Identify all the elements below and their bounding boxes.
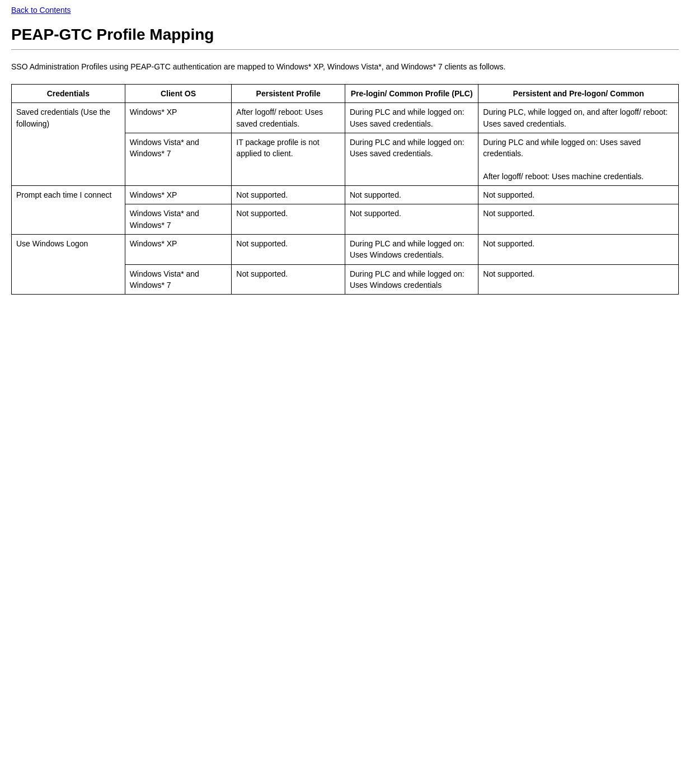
header-persistent-profile: Persistent Profile <box>232 85 345 103</box>
cell-os: Windows Vista* and Windows* 7 <box>125 133 232 185</box>
cell-credentials: Prompt each time I connect <box>12 186 125 235</box>
intro-text: SSO Administration Profiles using PEAP-G… <box>11 61 679 73</box>
cell-plc: During PLC and while logged on: Uses sav… <box>345 133 478 185</box>
cell-os: Windows Vista* and Windows* 7 <box>125 264 232 295</box>
cell-os: Windows* XP <box>125 103 232 133</box>
cell-persistent-profile: Not supported. <box>232 204 345 235</box>
cell-credentials: Use Windows Logon <box>12 234 125 294</box>
cell-os: Windows* XP <box>125 186 232 204</box>
cell-os: Windows Vista* and Windows* 7 <box>125 204 232 235</box>
cell-plc: Not supported. <box>345 204 478 235</box>
cell-credentials: Saved credentials (Use the following) <box>12 103 125 186</box>
cell-persistent-prelogon: Not supported. <box>478 204 679 235</box>
table-row: Prompt each time I connectWindows* XPNot… <box>12 186 679 204</box>
header-plc: Pre-login/ Common Profile (PLC) <box>345 85 478 103</box>
cell-persistent-profile: IT package profile is not applied to cli… <box>232 133 345 185</box>
back-to-contents-link[interactable]: Back to Contents <box>11 6 71 15</box>
cell-persistent-prelogon: During PLC and while logged on: Uses sav… <box>478 133 679 185</box>
cell-os: Windows* XP <box>125 234 232 264</box>
cell-persistent-profile: After logoff/ reboot: Uses saved credent… <box>232 103 345 133</box>
cell-persistent-profile: Not supported. <box>232 186 345 204</box>
cell-persistent-profile: Not supported. <box>232 264 345 295</box>
cell-plc: Not supported. <box>345 186 478 204</box>
page-title: PEAP-GTC Profile Mapping <box>11 26 679 44</box>
cell-plc: During PLC and while logged on: Uses sav… <box>345 103 478 133</box>
cell-plc: During PLC and while logged on: Uses Win… <box>345 234 478 264</box>
cell-persistent-prelogon: Not supported. <box>478 234 679 264</box>
header-persistent-prelogon: Persistent and Pre-logon/ Common <box>478 85 679 103</box>
divider <box>11 49 679 50</box>
table-header-row: Credentials Client OS Persistent Profile… <box>12 85 679 103</box>
cell-persistent-prelogon: Not supported. <box>478 264 679 295</box>
header-client-os: Client OS <box>125 85 232 103</box>
mapping-table: Credentials Client OS Persistent Profile… <box>11 84 679 295</box>
table-row: Saved credentials (Use the following)Win… <box>12 103 679 133</box>
header-credentials: Credentials <box>12 85 125 103</box>
cell-plc: During PLC and while logged on: Uses Win… <box>345 264 478 295</box>
cell-persistent-prelogon: During PLC, while logged on, and after l… <box>478 103 679 133</box>
cell-persistent-profile: Not supported. <box>232 234 345 264</box>
table-row: Use Windows LogonWindows* XPNot supporte… <box>12 234 679 264</box>
cell-persistent-prelogon: Not supported. <box>478 186 679 204</box>
